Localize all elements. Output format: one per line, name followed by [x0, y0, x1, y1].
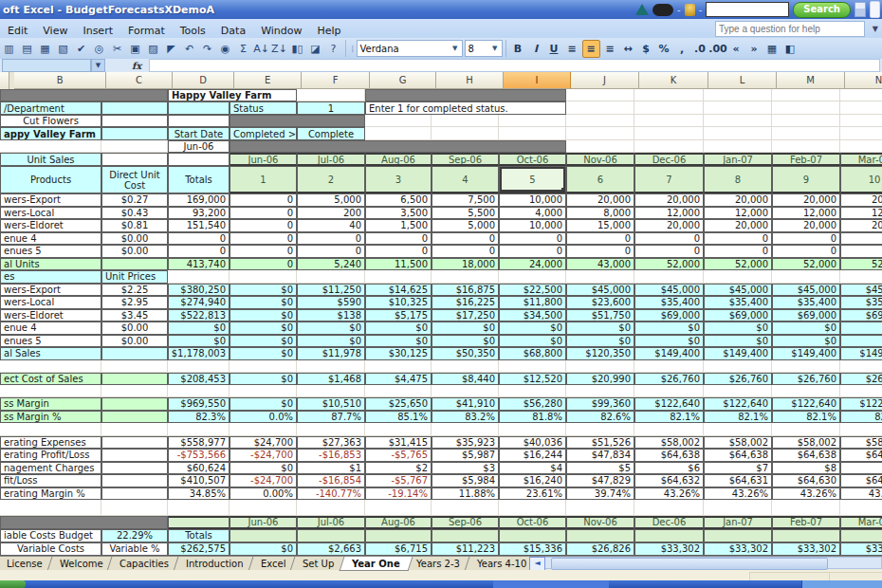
- cell[interactable]: 10,000: [499, 219, 566, 232]
- decrease-decimal-icon[interactable]: .00: [710, 41, 726, 57]
- cell[interactable]: 11,500: [365, 258, 432, 271]
- cell[interactable]: 82.3%: [168, 411, 230, 424]
- cell[interactable]: $522,813: [168, 309, 230, 322]
- cell[interactable]: [101, 115, 168, 127]
- grid-cell[interactable]: [432, 423, 499, 436]
- cell[interactable]: $11,800: [499, 296, 566, 309]
- cell[interactable]: $0: [230, 542, 297, 556]
- cell[interactable]: enues 5: [0, 245, 101, 258]
- grid-cell[interactable]: [704, 89, 772, 101]
- grid-cell[interactable]: [634, 270, 704, 284]
- grid-cell[interactable]: [704, 500, 772, 516]
- cell[interactable]: 5: [499, 166, 566, 193]
- grid-cell[interactable]: [704, 127, 772, 140]
- grid-cell[interactable]: [566, 140, 634, 153]
- toolbar-options-icon[interactable]: ⁞: [351, 43, 355, 55]
- grid-cell[interactable]: [432, 360, 499, 373]
- cell[interactable]: 0: [365, 232, 432, 246]
- cell[interactable]: 20,000: [840, 193, 882, 207]
- cell[interactable]: 12,000: [634, 207, 704, 220]
- cell[interactable]: $15,336: [499, 542, 566, 556]
- cell[interactable]: 7,500: [432, 193, 499, 207]
- cell[interactable]: $5: [566, 462, 634, 475]
- grid-cell[interactable]: [840, 101, 882, 115]
- scrollbar-thumb[interactable]: [551, 558, 828, 570]
- cell[interactable]: [168, 516, 230, 529]
- cell[interactable]: 0: [297, 232, 365, 246]
- cell[interactable]: $0: [297, 335, 365, 348]
- cell[interactable]: 15,000: [566, 219, 634, 232]
- cell[interactable]: -19.14%: [365, 487, 432, 501]
- cell[interactable]: $35,400: [704, 296, 772, 309]
- cell[interactable]: $0: [634, 335, 704, 348]
- cell[interactable]: Jan-07: [704, 516, 772, 529]
- cell[interactable]: 0: [499, 245, 566, 258]
- cell[interactable]: 34.85%: [168, 487, 230, 501]
- cell[interactable]: 52,000: [840, 258, 882, 271]
- increase-decimal-icon[interactable]: .0: [692, 41, 708, 57]
- print-preview-icon[interactable]: ▧: [55, 41, 71, 57]
- align-right-icon[interactable]: ≡: [602, 41, 618, 57]
- cell[interactable]: 4: [432, 166, 499, 193]
- cell[interactable]: $3.45: [101, 309, 168, 322]
- research-icon[interactable]: ◎: [91, 41, 107, 57]
- grid-cell[interactable]: [0, 385, 101, 397]
- cell[interactable]: 85.1%: [365, 411, 432, 424]
- cell[interactable]: [566, 529, 634, 542]
- grid-cell[interactable]: [704, 385, 772, 397]
- cell[interactable]: $0: [168, 322, 230, 335]
- cell[interactable]: nagement Charges: [0, 462, 101, 475]
- grid-cell[interactable]: [772, 140, 840, 153]
- cell[interactable]: $380,250: [168, 284, 230, 297]
- grid-cell[interactable]: [101, 500, 168, 516]
- grid-cell[interactable]: [168, 360, 230, 373]
- cut-icon[interactable]: ✂: [109, 41, 125, 57]
- cell[interactable]: Dec-06: [634, 153, 704, 166]
- redo-icon[interactable]: ↷: [199, 41, 215, 57]
- cell[interactable]: al Sales: [0, 347, 101, 360]
- cell[interactable]: $33,302: [704, 542, 772, 556]
- cell[interactable]: -$5,767: [365, 474, 432, 487]
- cell[interactable]: $26,760: [704, 373, 772, 386]
- cell[interactable]: $45,000: [566, 284, 634, 297]
- cell[interactable]: 0: [230, 193, 297, 207]
- cell[interactable]: $0: [230, 335, 297, 348]
- align-center-icon[interactable]: ≡: [582, 40, 600, 58]
- help-icon[interactable]: ?: [325, 41, 341, 57]
- cell[interactable]: erating Profit/Loss: [0, 449, 101, 462]
- cell[interactable]: $51,526: [566, 436, 634, 450]
- cell[interactable]: $122,640: [634, 397, 704, 411]
- cell[interactable]: 82.1%: [634, 411, 704, 424]
- cell[interactable]: ect Cost of Sales: [0, 373, 101, 386]
- grid-cell[interactable]: [634, 385, 704, 397]
- name-box[interactable]: [2, 59, 91, 72]
- assistant-icon[interactable]: [685, 4, 695, 16]
- cell[interactable]: 6,500: [365, 193, 432, 207]
- cell[interactable]: $122,640: [840, 397, 882, 411]
- insert-function-icon[interactable]: fx: [132, 61, 141, 71]
- grid-cell[interactable]: [840, 500, 882, 516]
- cell[interactable]: 0: [772, 232, 840, 246]
- cell[interactable]: -$24,700: [230, 474, 297, 487]
- cell[interactable]: $149,400: [840, 347, 882, 360]
- cell[interactable]: Feb-07: [772, 516, 840, 529]
- cell[interactable]: $0: [297, 322, 365, 335]
- start-button-fragment[interactable]: [0, 580, 26, 588]
- cell[interactable]: $410,507: [168, 474, 230, 487]
- column-header-L[interactable]: L: [708, 72, 777, 89]
- cell[interactable]: $0: [772, 322, 840, 335]
- cell[interactable]: $45,000: [634, 284, 704, 297]
- cell[interactable]: $64,638: [634, 449, 704, 462]
- cell[interactable]: 20,000: [772, 219, 840, 232]
- grid-cell[interactable]: [840, 270, 882, 284]
- bold-icon[interactable]: B: [510, 41, 526, 57]
- cell[interactable]: Oct-06: [499, 153, 566, 166]
- comma-icon[interactable]: ,: [674, 41, 690, 57]
- cell[interactable]: Jun-06: [168, 140, 230, 153]
- grid-cell[interactable]: [772, 115, 840, 127]
- column-header-H[interactable]: H: [436, 72, 504, 89]
- grid-cell[interactable]: [499, 127, 566, 140]
- cell[interactable]: $0.00: [101, 245, 168, 258]
- cell[interactable]: [101, 449, 168, 462]
- cell[interactable]: $10,510: [297, 397, 365, 411]
